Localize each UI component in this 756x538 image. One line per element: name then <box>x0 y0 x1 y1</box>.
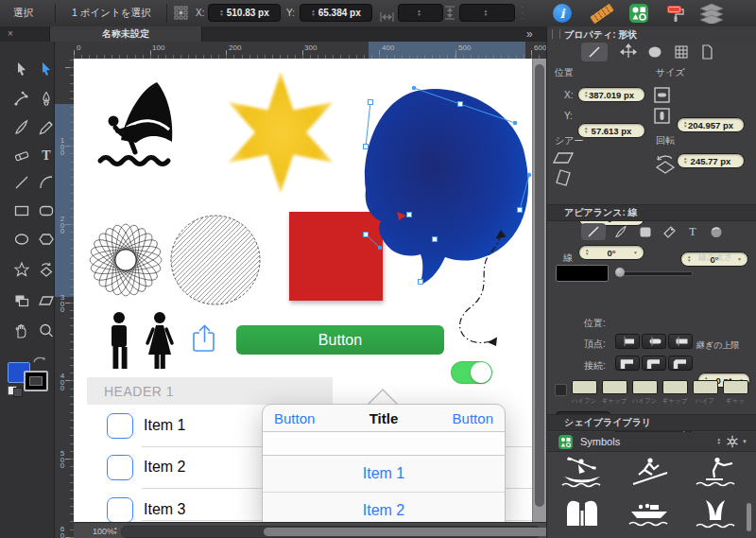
horizontal-scrollbar[interactable] <box>121 526 541 538</box>
shear-tool[interactable] <box>38 292 55 309</box>
stroke-color-well[interactable] <box>556 265 609 282</box>
dash-field-3[interactable] <box>632 380 658 394</box>
speech-blob-shape[interactable] <box>365 89 528 285</box>
shapes-inspector-icon[interactable] <box>629 4 648 23</box>
horizontal-scrollbar-thumb[interactable] <box>264 528 577 536</box>
symbol-whale-tail[interactable] <box>695 497 738 531</box>
appearance-tab-shadow[interactable] <box>705 223 728 240</box>
checkbox-item-1[interactable] <box>107 413 133 439</box>
free-transform-tool[interactable] <box>38 261 55 278</box>
red-square-shape[interactable] <box>289 212 383 301</box>
width-stepper[interactable]: ▲▼ <box>417 9 421 17</box>
rounded-rectangle-tool[interactable] <box>38 202 55 219</box>
vertical-scrollbar-thumb[interactable] <box>535 64 544 507</box>
polygon-tool[interactable] <box>38 231 55 248</box>
stroke-width-slider-knob[interactable] <box>615 268 625 277</box>
share-icon-shape[interactable] <box>194 326 214 352</box>
green-button-shape[interactable]: Button <box>236 325 444 355</box>
layers-inspector-icon[interactable] <box>698 3 725 24</box>
stroke-color-swatch[interactable] <box>24 371 48 391</box>
ruler-inspector-icon[interactable] <box>590 3 614 24</box>
brush-tool[interactable] <box>13 119 30 136</box>
document-tab[interactable]: 名称未設定 <box>49 26 202 42</box>
ellipse-tool[interactable] <box>13 231 30 248</box>
direct-select-tool-active[interactable] <box>38 61 55 78</box>
panel-x-field[interactable]: ▲▼387.019 px <box>577 87 645 102</box>
tab-document[interactable] <box>694 43 720 61</box>
hand-tool[interactable] <box>13 322 30 339</box>
appearance-tab-text[interactable]: T <box>681 223 704 240</box>
checkbox-item-3[interactable] <box>107 497 133 522</box>
default-colors-swatch-back[interactable] <box>13 388 23 397</box>
cap-square-button[interactable] <box>668 334 693 349</box>
vertical-scrollbar[interactable] <box>532 59 547 522</box>
appearance-tab-brush[interactable] <box>610 223 632 240</box>
popover-right-button[interactable]: Button <box>453 410 493 426</box>
collection-stepper[interactable]: ▲▼ <box>717 438 721 446</box>
cap-butt-button[interactable] <box>615 334 640 349</box>
x-stepper[interactable]: ▲▼ <box>219 9 223 17</box>
dash-pattern-checkbox[interactable] <box>555 384 567 396</box>
swap-colors-icon[interactable] <box>32 354 47 363</box>
panel-y-field[interactable]: ▲▼57.613 px <box>577 123 645 138</box>
height-field-empty[interactable]: ▲▼ <box>459 4 515 22</box>
select-tool[interactable] <box>13 61 30 78</box>
join-miter-button[interactable] <box>615 356 640 371</box>
tab-stroke-geometry[interactable] <box>581 43 608 61</box>
node-editor-tool[interactable] <box>13 91 30 108</box>
restroom-figures-shape[interactable] <box>112 312 172 369</box>
pencil-tool[interactable] <box>38 119 55 136</box>
checkbox-item-2[interactable] <box>107 455 133 480</box>
height-stepper[interactable]: ▲▼ <box>484 9 488 17</box>
horizontal-ruler[interactable]: 0 100 200 300 400 500 600 <box>74 42 546 60</box>
popover-item[interactable]: Item 2 <box>263 493 505 522</box>
zoom-tool[interactable] <box>38 322 55 339</box>
windsurfer-shape[interactable] <box>100 82 172 165</box>
appearance-tab-stroke[interactable] <box>581 223 606 240</box>
eraser-tool[interactable] <box>13 148 30 165</box>
dash-field-6[interactable] <box>723 380 748 394</box>
library-gear-icon[interactable]: ▼ <box>726 435 747 448</box>
info-inspector-icon[interactable]: i <box>553 4 572 23</box>
library-scrollbar-thumb[interactable] <box>747 503 751 531</box>
tab-grid[interactable] <box>668 43 695 61</box>
spirograph-shape[interactable] <box>88 222 163 297</box>
library-collection-row[interactable]: Symbols ▲▼ ▼ <box>547 432 756 451</box>
x-coordinate-field[interactable]: ▲▼ 510.83 px <box>208 4 281 22</box>
popover-item[interactable]: Item 1 <box>263 456 505 493</box>
symbol-surfing[interactable] <box>627 456 671 488</box>
style-inspector-icon[interactable] <box>664 3 685 24</box>
dash-field-5[interactable] <box>693 380 718 394</box>
toggle-switch-shape[interactable] <box>451 361 492 384</box>
appearance-tab-label[interactable] <box>658 223 680 240</box>
canvas-page[interactable]: Button HEADER 1 Item 1 Item 2 Item 3 But… <box>74 59 532 522</box>
popover-left-button[interactable]: Button <box>274 410 315 426</box>
hatched-circle-shape[interactable] <box>171 216 260 304</box>
popover-shape[interactable]: Button Title Button Item 1 Item 2 <box>262 404 506 522</box>
dash-field-2[interactable] <box>602 380 627 394</box>
y-stepper[interactable]: ▲▼ <box>311 9 315 17</box>
tab-shape[interactable] <box>642 43 668 61</box>
symbol-life-vest[interactable] <box>560 497 604 531</box>
panel-drag-handle[interactable] <box>552 29 560 39</box>
stroke-width-slider[interactable] <box>617 271 693 276</box>
combine-shapes-tool[interactable] <box>13 292 30 309</box>
appearance-tab-fill[interactable] <box>634 223 657 240</box>
width-field-empty[interactable]: ▲▼ <box>398 4 443 22</box>
vertical-ruler[interactable]: 100 200 300 400 500 600 <box>54 59 75 538</box>
shear-vertical-field[interactable]: ▲▼0°▼ <box>578 245 644 260</box>
text-tool[interactable]: T <box>38 148 55 165</box>
panel-height-field[interactable]: ▲▼245.77 px <box>677 153 745 168</box>
dash-field-4[interactable] <box>662 380 688 394</box>
join-round-button[interactable] <box>642 356 666 371</box>
cap-round-button[interactable] <box>642 334 666 349</box>
pen-tool[interactable] <box>38 91 55 108</box>
star-tool[interactable] <box>13 261 30 278</box>
arc-tool[interactable] <box>38 174 55 191</box>
symbol-kayaking[interactable] <box>560 456 604 488</box>
close-tab-icon[interactable]: × <box>8 28 13 39</box>
panel-width-field[interactable]: ▲▼204.957 px <box>677 117 745 132</box>
star-shape[interactable] <box>229 72 334 193</box>
rectangle-tool[interactable] <box>13 202 30 219</box>
table-header-shape[interactable]: HEADER 1 <box>87 377 333 405</box>
